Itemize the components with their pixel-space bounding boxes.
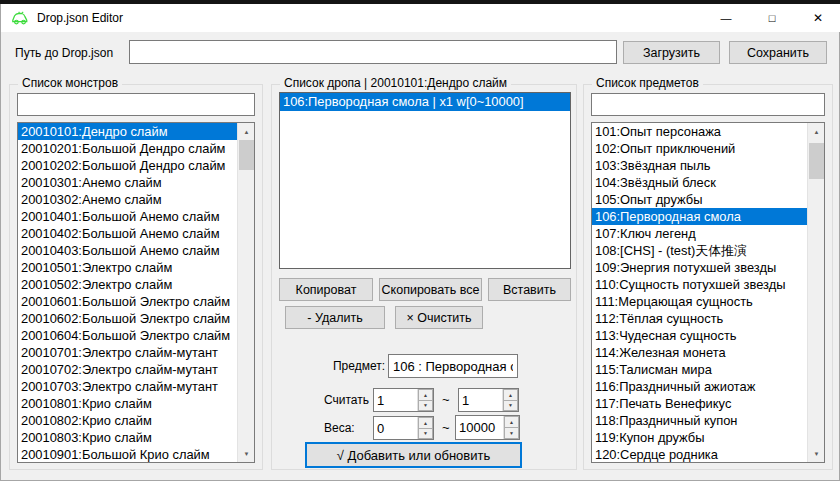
- copy-all-button[interactable]: Скопировать все: [379, 278, 482, 301]
- delete-button[interactable]: - Удалить: [285, 306, 385, 329]
- items-listbox: 101:Опыт персонажа102:Опыт приключений10…: [591, 122, 825, 463]
- drops-groupbox: Список дропа | 20010101:Дендро слайм 106…: [271, 84, 577, 470]
- list-item[interactable]: 103:Звёздная пыль: [592, 157, 807, 174]
- list-item[interactable]: 106:Первородная смола | x1 w[0~10000]: [280, 93, 570, 111]
- weight-tilde: ~: [442, 420, 450, 435]
- items-group-title: Список предметов: [592, 76, 703, 90]
- items-groupbox: Список предметов 101:Опыт персонажа102:О…: [583, 84, 833, 470]
- list-item[interactable]: 107:Ключ легенд: [592, 225, 807, 242]
- list-item[interactable]: 116:Праздничный ажиотаж: [592, 378, 807, 395]
- weight-max-input[interactable]: [456, 416, 503, 439]
- list-item[interactable]: 20010801:Крио слайм: [18, 395, 237, 412]
- monster-list: 20010101:Дендро слайм20010201:Большой Де…: [18, 123, 237, 462]
- list-item[interactable]: 20010301:Анемо слайм: [18, 174, 237, 191]
- paste-button[interactable]: Вставить: [488, 278, 571, 301]
- drop-list: 106:Первородная смола | x1 w[0~10000]: [280, 93, 570, 268]
- window-title: Drop.json Editor: [37, 11, 123, 25]
- monster-filter-input[interactable]: [17, 93, 255, 116]
- weight-min-spinner: ▲ ▼: [373, 416, 434, 440]
- count-label: Считать: [324, 393, 369, 407]
- list-item[interactable]: 20010402:Большой Анемо слайм: [18, 225, 237, 242]
- weight-min-input[interactable]: [374, 417, 417, 439]
- list-item[interactable]: 20010201:Большой Дендро слайм: [18, 140, 237, 157]
- count-max-spinner: ▲ ▼: [458, 388, 519, 412]
- spin-down-icon[interactable]: ▼: [504, 427, 519, 439]
- spin-up-icon[interactable]: ▲: [418, 417, 433, 428]
- scrollbar-thumb[interactable]: [809, 143, 824, 179]
- list-item[interactable]: 20010702:Электро слайм-мутант: [18, 361, 237, 378]
- close-icon[interactable]: ✕: [795, 4, 840, 32]
- monsters-group-title: Список монстров: [18, 76, 122, 90]
- list-item[interactable]: 20010403:Большой Анемо слайм: [18, 242, 237, 259]
- list-item[interactable]: 120:Сердце родника: [592, 446, 807, 462]
- title-bar: Drop.json Editor — □ ✕: [1, 4, 840, 32]
- list-item[interactable]: 20010703:Электро слайм-мутант: [18, 378, 237, 395]
- list-item[interactable]: 113:Чудесная сущность: [592, 327, 807, 344]
- list-item[interactable]: 20010302:Анемо слайм: [18, 191, 237, 208]
- app-window: Drop.json Editor — □ ✕ Путь до Drop.json…: [0, 4, 840, 481]
- path-label: Путь до Drop.json: [15, 46, 113, 60]
- list-item[interactable]: 20010401:Большой Анемо слайм: [18, 208, 237, 225]
- path-input[interactable]: [129, 40, 617, 64]
- list-item[interactable]: 117:Печать Венефикус: [592, 395, 807, 412]
- list-item[interactable]: 20010502:Электро слайм: [18, 276, 237, 293]
- spin-down-icon[interactable]: ▼: [503, 400, 518, 412]
- monsters-groupbox: Список монстров 20010101:Дендро слайм200…: [9, 84, 263, 470]
- items-list: 101:Опыт персонажа102:Опыт приключений10…: [592, 123, 807, 462]
- minimize-icon[interactable]: —: [703, 4, 749, 32]
- count-tilde: ~: [442, 392, 450, 407]
- list-item[interactable]: 118:Праздничный купон: [592, 412, 807, 429]
- item-field[interactable]: [388, 354, 518, 378]
- scrollbar-thumb[interactable]: [239, 140, 254, 170]
- list-item[interactable]: 110:Сущность потухшей звезды: [592, 276, 807, 293]
- count-min-input[interactable]: [374, 389, 417, 411]
- list-item[interactable]: 20010601:Большой Электро слайм: [18, 293, 237, 310]
- list-item[interactable]: 115:Талисман мира: [592, 361, 807, 378]
- list-item[interactable]: 20010101:Дендро слайм: [18, 123, 237, 140]
- list-item[interactable]: 109:Энергия потухшей звезды: [592, 259, 807, 276]
- scroll-down-icon[interactable]: ▼: [808, 445, 825, 462]
- spin-up-icon[interactable]: ▲: [418, 389, 433, 400]
- list-item[interactable]: 114:Железная монета: [592, 344, 807, 361]
- copy-button[interactable]: Копироват: [279, 278, 373, 301]
- list-item[interactable]: 119:Купон дружбы: [592, 429, 807, 446]
- list-item[interactable]: 104:Звёздный блеск: [592, 174, 807, 191]
- list-item[interactable]: 101:Опыт персонажа: [592, 123, 807, 140]
- list-item[interactable]: 20010701:Электро слайм-мутант: [18, 344, 237, 361]
- weight-label: Веса:: [324, 421, 355, 435]
- list-item[interactable]: 111:Мерцающая сущность: [592, 293, 807, 310]
- spin-up-icon[interactable]: ▲: [504, 416, 519, 427]
- monster-list-scrollbar[interactable]: ▲ ▼: [237, 123, 254, 462]
- scroll-up-icon[interactable]: ▲: [238, 123, 255, 140]
- count-max-input[interactable]: [459, 389, 502, 411]
- app-icon: [11, 10, 29, 26]
- list-item[interactable]: 20010602:Большой Электро слайм: [18, 310, 237, 327]
- list-item[interactable]: 108:[CHS] - (test)天体推演: [592, 242, 807, 259]
- spin-up-icon[interactable]: ▲: [503, 389, 518, 400]
- list-item[interactable]: 112:Тёплая сущность: [592, 310, 807, 327]
- drops-group-title: Список дропа | 20010101:Дендро слайм: [280, 76, 511, 90]
- weight-max-spinner: ▲ ▼: [455, 415, 520, 440]
- list-item[interactable]: 106:Первородная смола: [592, 208, 807, 225]
- drop-listbox: 106:Первородная смола | x1 w[0~10000]: [279, 92, 571, 269]
- list-item[interactable]: 105:Опыт дружбы: [592, 191, 807, 208]
- list-item[interactable]: 102:Опыт приключений: [592, 140, 807, 157]
- count-min-spinner: ▲ ▼: [373, 388, 434, 412]
- list-item[interactable]: 20010202:Большой Дендро слайм: [18, 157, 237, 174]
- list-item[interactable]: 20010901:Большой Крио слайм: [18, 446, 237, 462]
- items-list-scrollbar[interactable]: ▲ ▼: [807, 123, 824, 462]
- spin-down-icon[interactable]: ▼: [418, 428, 433, 440]
- scroll-up-icon[interactable]: ▲: [808, 123, 825, 140]
- list-item[interactable]: 20010803:Крио слайм: [18, 429, 237, 446]
- scroll-down-icon[interactable]: ▼: [238, 445, 255, 462]
- item-filter-input[interactable]: [591, 93, 825, 116]
- list-item[interactable]: 20010802:Крио слайм: [18, 412, 237, 429]
- add-update-button[interactable]: √ Добавить или обновить: [305, 442, 522, 468]
- load-button[interactable]: Загрузить: [623, 41, 720, 64]
- spin-down-icon[interactable]: ▼: [418, 400, 433, 412]
- maximize-icon[interactable]: □: [749, 4, 795, 32]
- list-item[interactable]: 20010501:Электро слайм: [18, 259, 237, 276]
- clear-button[interactable]: × Очистить: [395, 306, 483, 329]
- list-item[interactable]: 20010604:Большой Электро слайм: [18, 327, 237, 344]
- save-button[interactable]: Сохранить: [729, 41, 827, 64]
